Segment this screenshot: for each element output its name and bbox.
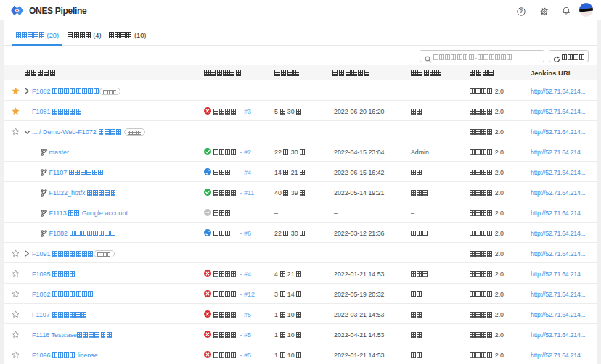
svg-text:?: ? [520,9,523,14]
